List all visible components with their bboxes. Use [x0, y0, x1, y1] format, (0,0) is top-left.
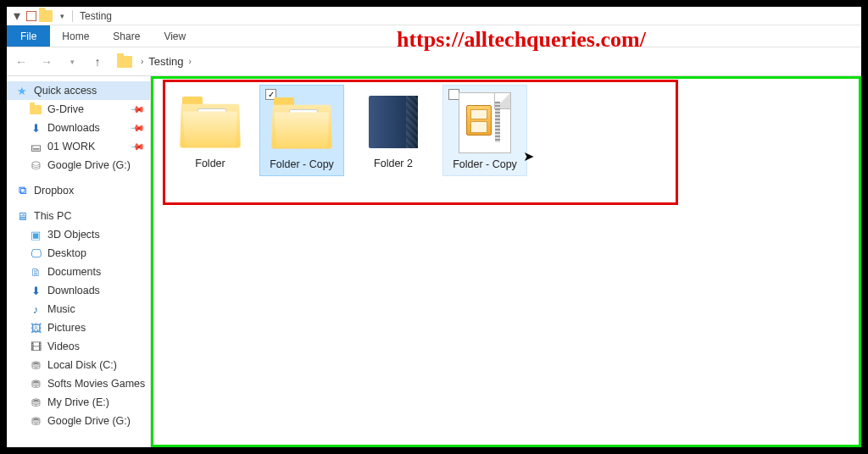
ribbon-tabs: File Home Share View: [7, 25, 861, 47]
sidebar-item-label: Documents: [47, 266, 101, 278]
folder-icon: [181, 97, 240, 147]
sidebar-item-label: Pictures: [47, 322, 86, 334]
zip-file-icon: [459, 92, 511, 153]
sidebar-item-3dobjects[interactable]: ▣ 3D Objects: [7, 225, 150, 244]
music-icon: ♪: [29, 302, 42, 316]
separator: [72, 10, 73, 22]
pin-icon: 📌: [129, 101, 145, 117]
cube-icon: ▣: [29, 228, 42, 241]
items-view: Folder ✓ Folder - Copy: [151, 76, 861, 185]
tab-file[interactable]: File: [7, 25, 50, 47]
sidebar-item-googledrive-pc[interactable]: ⛃ Google Drive (G:): [7, 412, 150, 430]
explorer-window: ▾ ▾ Testing File Home Share View https:/…: [7, 7, 861, 447]
sidebar-item-label: Downloads: [47, 122, 100, 134]
sidebar-item-label: Softs Movies Games: [47, 378, 145, 390]
sidebar-item-label: Downloads: [47, 285, 100, 296]
body: ★ Quick access G-Drive 📌 ⬇ Downloads 📌 🖴…: [7, 76, 861, 447]
address-bar[interactable]: › Testing ›: [114, 55, 856, 68]
sidebar-item-documents[interactable]: 🗎 Documents: [7, 263, 150, 281]
breadcrumb-segment[interactable]: Testing: [148, 55, 183, 68]
tab-share[interactable]: Share: [101, 25, 152, 47]
star-icon: ★: [15, 84, 29, 97]
folder-icon: [272, 97, 331, 148]
quick-access-toolbar: ▾ ▾: [10, 9, 69, 23]
sidebar-item-localdisk[interactable]: ⛃ Local Disk (C:): [7, 356, 150, 374]
sidebar-item-label: Videos: [47, 340, 80, 352]
back-button[interactable]: ←: [12, 53, 31, 71]
sidebar-item-label: Dropbox: [34, 185, 74, 197]
dropbox-icon: ⧉: [15, 184, 29, 197]
pin-icon: 📌: [129, 119, 145, 136]
folder-icon: [369, 96, 418, 148]
sidebar-item-downloads-pc[interactable]: ⬇ Downloads: [7, 281, 150, 300]
disk-icon: ⛃: [29, 358, 42, 372]
sidebar-item-videos[interactable]: 🎞 Videos: [7, 337, 150, 356]
sidebar-item-work[interactable]: 🖴 01 WORK 📌: [7, 137, 150, 156]
sidebar-item-label: Google Drive (G:): [47, 415, 131, 427]
sidebar-dropbox[interactable]: ⧉ Dropbox: [7, 181, 150, 200]
sidebar-item-label: Local Disk (C:): [47, 359, 117, 371]
sidebar-this-pc[interactable]: 🖥 This PC: [7, 207, 150, 225]
window-title: Testing: [80, 10, 112, 22]
sidebar-item-label: Desktop: [47, 247, 86, 259]
document-icon: 🗎: [29, 265, 42, 279]
recent-dropdown[interactable]: ▾: [63, 53, 81, 71]
pc-icon: 🖥: [15, 209, 29, 223]
sidebar-item-label: This PC: [34, 210, 71, 222]
app-menu-icon[interactable]: ▾: [10, 9, 24, 23]
item-folder[interactable]: Folder: [168, 85, 253, 174]
item-zip-folder-copy[interactable]: Folder - Copy ➤: [442, 85, 527, 176]
item-label: Folder - Copy: [445, 158, 525, 170]
item-label: Folder 2: [353, 158, 434, 169]
sidebar-item-downloads[interactable]: ⬇ Downloads 📌: [7, 119, 150, 137]
device-icon: 🖴: [29, 140, 42, 153]
tab-view[interactable]: View: [152, 25, 198, 47]
dropdown-icon[interactable]: ▾: [55, 9, 69, 23]
navigation-pane[interactable]: ★ Quick access G-Drive 📌 ⬇ Downloads 📌 🖴…: [7, 76, 151, 447]
sidebar-item-googledrive[interactable]: ⛁ Google Drive (G:): [7, 156, 150, 174]
download-icon: ⬇: [29, 121, 42, 135]
sidebar-item-label: Quick access: [34, 85, 97, 97]
sidebar-item-mydrive[interactable]: ⛃ My Drive (E:): [7, 393, 150, 412]
folder-icon: [30, 105, 42, 114]
sidebar-item-label: 01 WORK: [47, 141, 95, 152]
chevron-right-icon[interactable]: ›: [186, 57, 195, 66]
disk-icon: ⛃: [29, 414, 42, 428]
sidebar-item-music[interactable]: ♪ Music: [7, 300, 150, 318]
item-folder-2[interactable]: Folder 2: [351, 85, 436, 174]
navigation-bar: ← → ▾ ↑ › Testing ›: [7, 47, 861, 76]
disk-icon: ⛃: [29, 396, 42, 409]
item-label: Folder - Copy: [262, 158, 342, 170]
pin-icon: 📌: [129, 138, 145, 154]
content-pane[interactable]: Folder ✓ Folder - Copy: [151, 76, 861, 447]
sidebar-item-gdrive[interactable]: G-Drive 📌: [7, 100, 150, 119]
sidebar-item-label: 3D Objects: [47, 229, 100, 241]
disk-icon: ⛃: [29, 377, 42, 390]
download-icon: ⬇: [29, 284, 42, 297]
sidebar-item-desktop[interactable]: 🖵 Desktop: [7, 244, 150, 263]
item-folder-copy[interactable]: ✓ Folder - Copy: [259, 85, 344, 176]
sidebar-item-label: Music: [47, 303, 75, 315]
tab-home[interactable]: Home: [50, 25, 101, 47]
sidebar-item-softs[interactable]: ⛃ Softs Movies Games: [7, 374, 150, 393]
drive-icon: ⛁: [29, 158, 42, 172]
sidebar-item-pictures[interactable]: 🖼 Pictures: [7, 318, 150, 337]
up-button[interactable]: ↑: [88, 53, 107, 71]
videos-icon: 🎞: [29, 340, 42, 353]
title-bar: ▾ ▾ Testing: [7, 7, 861, 25]
sidebar-item-label: Google Drive (G:): [47, 159, 131, 171]
forward-button[interactable]: →: [37, 53, 56, 71]
item-label: Folder: [170, 158, 251, 169]
chevron-right-icon[interactable]: ›: [137, 57, 147, 66]
pictures-icon: 🖼: [29, 321, 42, 335]
desktop-icon: 🖵: [29, 246, 42, 260]
sidebar-quick-access[interactable]: ★ Quick access: [7, 81, 150, 100]
properties-icon[interactable]: [26, 11, 36, 21]
sidebar-item-label: G-Drive: [47, 103, 84, 115]
sidebar-item-label: My Drive (E:): [47, 396, 109, 408]
folder-icon: [117, 56, 132, 68]
folder-icon: [39, 10, 53, 22]
